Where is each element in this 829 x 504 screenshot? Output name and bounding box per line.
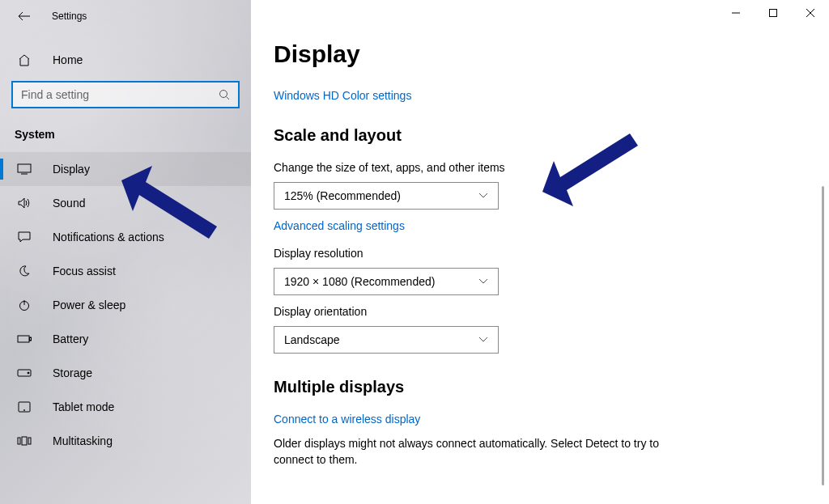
svg-marker-13	[121, 166, 217, 239]
svg-point-0	[220, 91, 227, 98]
search-input[interactable]	[21, 88, 219, 101]
moon-icon	[16, 265, 32, 277]
multitask-icon	[16, 436, 32, 446]
scale-dropdown[interactable]: 125% (Recommended)	[274, 182, 499, 210]
sidebar-item-focus-assist[interactable]: Focus assist	[0, 254, 251, 288]
hd-color-settings-link[interactable]: Windows HD Color settings	[274, 89, 829, 102]
annotation-arrow-sidebar	[121, 166, 227, 247]
resolution-dropdown[interactable]: 1920 × 1080 (Recommended)	[274, 268, 499, 295]
speaker-icon	[16, 197, 32, 209]
sidebar-item-label: Power & sleep	[53, 299, 125, 311]
window-title: Settings	[52, 11, 87, 22]
content-area: Display Windows HD Color settings Scale …	[251, 0, 829, 504]
sidebar-item-label: Tablet mode	[53, 400, 114, 413]
svg-rect-9	[18, 438, 20, 444]
sidebar-item-tablet-mode[interactable]: Tablet mode	[0, 390, 251, 424]
sidebar-item-label: Focus assist	[53, 265, 116, 277]
home-button[interactable]: Home	[0, 45, 251, 74]
search-icon	[219, 89, 230, 100]
svg-point-6	[28, 372, 29, 374]
search-box[interactable]	[11, 81, 240, 108]
sidebar: Settings Home System Display Sound Notif…	[0, 0, 251, 504]
scrollbar[interactable]	[822, 186, 824, 485]
chevron-down-icon	[478, 278, 488, 285]
home-label: Home	[53, 53, 83, 66]
sidebar-item-power-sleep[interactable]: Power & sleep	[0, 288, 251, 322]
page-title: Display	[274, 40, 829, 68]
svg-rect-4	[30, 337, 32, 341]
scale-value: 125% (Recommended)	[284, 189, 401, 202]
sidebar-item-label: Storage	[53, 366, 92, 379]
older-displays-text: Older displays might not always connect …	[274, 435, 662, 468]
sidebar-item-label: Multitasking	[53, 434, 113, 447]
svg-rect-3	[18, 336, 29, 342]
svg-rect-10	[22, 437, 27, 445]
resolution-field-label: Display resolution	[274, 247, 829, 260]
advanced-scaling-link[interactable]: Advanced scaling settings	[274, 219, 829, 232]
comment-icon	[16, 231, 32, 243]
main-panel: Display Windows HD Color settings Scale …	[251, 0, 829, 504]
back-button[interactable]	[16, 8, 32, 24]
category-label: System	[0, 108, 251, 152]
chevron-down-icon	[478, 337, 488, 343]
resolution-value: 1920 × 1080 (Recommended)	[284, 275, 435, 288]
sidebar-item-label: Display	[53, 163, 90, 176]
sidebar-item-battery[interactable]: Battery	[0, 322, 251, 356]
orientation-dropdown[interactable]: Landscape	[274, 326, 499, 354]
tablet-icon	[16, 401, 32, 413]
sidebar-item-storage[interactable]: Storage	[0, 356, 251, 390]
svg-point-8	[24, 410, 25, 411]
orientation-field-label: Display orientation	[274, 305, 829, 318]
storage-icon	[16, 369, 32, 377]
titlebar: Settings	[0, 0, 251, 32]
arrow-left-icon	[18, 11, 31, 21]
sidebar-item-multitasking[interactable]: Multitasking	[0, 424, 251, 458]
home-icon	[16, 54, 32, 66]
sidebar-item-label: Sound	[53, 197, 85, 210]
orientation-value: Landscape	[284, 333, 340, 346]
svg-rect-1	[18, 164, 31, 172]
sidebar-item-label: Battery	[53, 332, 88, 345]
annotation-arrow-main	[542, 125, 648, 206]
wireless-display-link[interactable]: Connect to a wireless display	[274, 413, 829, 426]
svg-marker-14	[542, 133, 638, 206]
multiple-displays-heading: Multiple displays	[274, 378, 829, 396]
chevron-down-icon	[478, 193, 488, 199]
power-icon	[16, 299, 32, 311]
svg-rect-11	[28, 438, 31, 444]
battery-icon	[16, 335, 32, 343]
monitor-icon	[16, 163, 32, 175]
